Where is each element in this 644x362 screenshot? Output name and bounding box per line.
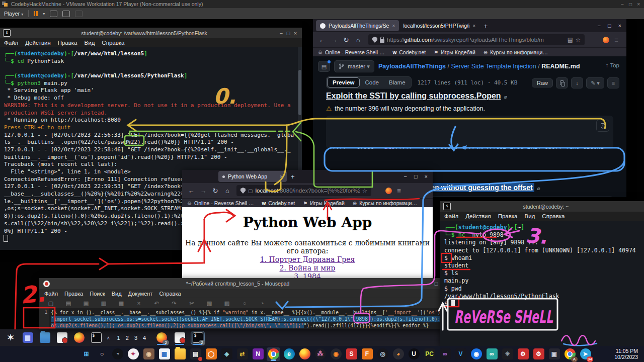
terminal-window-icon[interactable]: $2 — [191, 331, 204, 344]
send-cad-button[interactable] — [50, 11, 57, 17]
app-menu-icon[interactable] — [611, 36, 621, 44]
mousepad-titlebar[interactable]: *~/Рабочий стол/tmp_lesson_5 - Mousepad — [39, 278, 444, 289]
blender-icon[interactable]: ◕ — [391, 347, 405, 361]
tab-blame[interactable]: Blame — [384, 78, 411, 87]
tab-close-icon[interactable]: × — [280, 173, 283, 179]
menu-item-справка[interactable]: Справка — [159, 291, 181, 297]
new-tab-button[interactable]: + — [291, 173, 295, 180]
terminal-launcher-icon[interactable]: $ — [90, 331, 103, 344]
tab-close-icon[interactable]: × — [472, 23, 475, 29]
vscode-icon[interactable]: V — [454, 347, 467, 361]
bookmark-item[interactable]: ⚑Игры Кодебай — [303, 200, 345, 206]
speedtest-icon[interactable]: ◔ — [111, 347, 124, 361]
mousepad-window-icon[interactable] — [173, 331, 186, 344]
menu-item-правка[interactable]: Правка — [498, 213, 518, 219]
forward-button[interactable] — [329, 36, 339, 44]
payload-text[interactable]: {% for x in ().__class__.__base__.__subc… — [49, 308, 444, 329]
reload-button[interactable] — [210, 187, 220, 195]
url-bar[interactable]: ▢ localhost:8080/index?book={%%20for%20x… — [236, 185, 371, 196]
fullscreen-button[interactable] — [62, 11, 70, 17]
book-link[interactable]: 2. Война и мир — [182, 264, 433, 272]
branch-selector[interactable]: master — [334, 60, 374, 72]
tab-localhost-phptwig[interactable]: localhost/lesson5/PHPTwig/i × — [399, 20, 479, 31]
copy-raw-button[interactable] — [556, 77, 568, 88]
extension-fire-icon[interactable] — [385, 188, 392, 194]
spider-app-icon[interactable]: ✳ — [501, 347, 514, 361]
maps-icon[interactable]: ◉ — [469, 347, 483, 361]
url-bar[interactable]: https://github.com/swisskyrepo/PayloadsA… — [368, 34, 585, 45]
menu-item-документ[interactable]: Документ — [128, 291, 153, 297]
minimize-button[interactable] — [278, 30, 285, 36]
anchor-link-icon[interactable]: ⌀ — [537, 186, 540, 191]
menu-item-действия[interactable]: Действия — [25, 40, 50, 46]
close-button[interactable] — [292, 30, 299, 36]
lens-app-icon[interactable]: ◎ — [376, 347, 389, 361]
file-manager-icon[interactable] — [38, 331, 51, 344]
davinci-icon[interactable]: ⁂ — [313, 347, 327, 361]
bookmark-item[interactable]: ☠Online - Reverse Shell … — [318, 49, 384, 55]
bookmark-item[interactable]: ☠Online - Reverse Shell … — [187, 200, 254, 206]
breadcrumb-folder[interactable]: Server Side Template Injection — [451, 63, 536, 70]
book-link[interactable]: 1. Портрет Дориана Грея — [182, 255, 433, 263]
menu-item-правка[interactable]: Правка — [58, 40, 77, 46]
menu-item-файл[interactable]: Файл — [444, 213, 458, 219]
raw-button[interactable]: Raw — [532, 78, 553, 87]
bookmark-item[interactable]: wCodeby.net — [262, 200, 295, 206]
code-block-subprocess[interactable]: {{''.__class__.mro()[1].__subclasses__()… — [326, 116, 613, 149]
maximize-button[interactable] — [285, 30, 292, 36]
tab-python-web-app[interactable]: Python Web App × — [218, 171, 287, 182]
menu-item-правка[interactable]: Правка — [64, 291, 83, 297]
home-button[interactable] — [222, 187, 232, 195]
orange-f-book-icon[interactable]: F — [360, 347, 374, 361]
pause-dropdown-icon[interactable]: ▾ — [43, 12, 45, 16]
extension-fire-icon[interactable] — [603, 37, 609, 43]
edit-button[interactable] — [586, 77, 604, 88]
yellow-arrows-app-icon[interactable]: ⇄ — [235, 347, 249, 361]
red-s-app-icon[interactable]: S — [345, 347, 358, 361]
section-heading-1[interactable]: Exploit the SSTI by calling subprocess.P… — [326, 92, 507, 101]
tab-payloadsallthethings[interactable]: PayloadsAllTheThings/Se × — [316, 20, 399, 31]
bookmark-item[interactable]: wCodeby.net — [392, 49, 426, 55]
visual-studio-icon[interactable]: ∞ — [438, 347, 452, 361]
screenshot-tool-icon[interactable]: ▣ — [547, 347, 561, 361]
tracking-shield-icon[interactable] — [372, 37, 377, 43]
breadcrumb-repo[interactable]: PayloadsAllTheThings — [378, 63, 446, 70]
menu-item-вид[interactable]: Вид — [112, 291, 122, 297]
orange-ring-app-icon[interactable]: ◯ — [204, 347, 218, 361]
menu-item-вид[interactable]: Вид — [525, 213, 535, 219]
bookmark-item[interactable]: ⊕Курсы по информаци… — [484, 49, 548, 55]
pycharm-icon[interactable]: PC — [423, 347, 436, 361]
terminal2-titlebar[interactable]: $ student@codeby: ~ — [440, 201, 644, 212]
pause-vm-button[interactable] — [34, 11, 38, 16]
render-app-icon[interactable]: ◈ — [220, 347, 233, 361]
mousepad-editor[interactable]: 1 {% for x in ().__class__.__base__.__su… — [39, 308, 444, 329]
reload-button[interactable] — [341, 36, 351, 44]
menu-item-файл[interactable]: Файл — [44, 291, 58, 297]
calendar-icon[interactable]: ▦ — [157, 347, 171, 361]
teal-loop-app-icon[interactable]: ∞ — [485, 347, 499, 361]
telegram-icon[interactable]: ➤94 — [579, 347, 592, 361]
windows-clock[interactable]: 11:05 PM 10/2/2023 — [614, 348, 644, 360]
bookmark-item[interactable]: ⚑Игры Кодебай — [434, 49, 475, 55]
reader-view-icon[interactable] — [568, 36, 573, 43]
red-gear-1-icon[interactable]: ⚙ — [516, 347, 530, 361]
app-menu-icon[interactable] — [394, 187, 404, 195]
tab-preview[interactable]: Preview — [327, 77, 360, 87]
tracking-shield-icon[interactable] — [240, 188, 246, 194]
outline-button[interactable] — [607, 77, 619, 88]
vm-close-button[interactable] — [637, 2, 640, 7]
panel-expand-icon[interactable] — [107, 335, 110, 340]
red-gear-2-icon[interactable]: ⚙ — [532, 347, 545, 361]
unreal-icon[interactable]: U — [407, 347, 421, 361]
close-button[interactable] — [425, 173, 428, 179]
menu-item-вид[interactable]: Вид — [85, 40, 95, 46]
vm-minimize-button[interactable] — [621, 2, 624, 7]
forward-button[interactable] — [198, 187, 208, 195]
back-button[interactable] — [186, 187, 196, 195]
sidebar-toggle-button[interactable]: ▤ — [318, 61, 330, 72]
minimize-button[interactable] — [597, 23, 600, 29]
maximize-button[interactable] — [433, 281, 440, 287]
chrome-profile-icon[interactable]: A — [563, 347, 577, 361]
tab-code[interactable]: Code — [360, 78, 384, 87]
firefox-launcher-icon[interactable] — [72, 331, 86, 344]
